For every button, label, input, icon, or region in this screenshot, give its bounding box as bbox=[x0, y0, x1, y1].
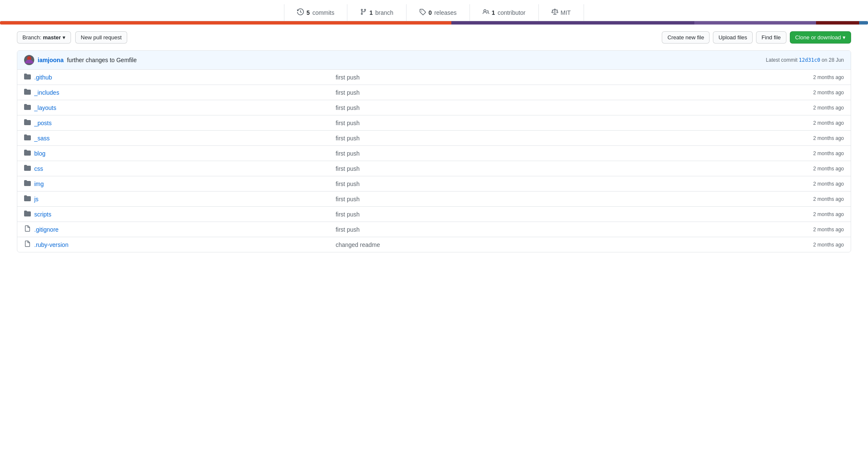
table-row: .github first push 2 months ago bbox=[17, 70, 851, 85]
folder-icon bbox=[24, 195, 31, 203]
folder-icon bbox=[24, 210, 31, 218]
file-message: first push bbox=[336, 135, 776, 142]
table-row: .ruby-version changed readme 2 months ag… bbox=[17, 237, 851, 252]
folder-icon bbox=[24, 104, 31, 112]
commit-header: iamjoona further changes to Gemfile Late… bbox=[17, 51, 851, 70]
find-file-button[interactable]: Find file bbox=[756, 31, 786, 44]
file-link[interactable]: _layouts bbox=[34, 104, 56, 111]
avatar bbox=[24, 55, 34, 65]
chevron-down-icon: ▾ bbox=[843, 34, 846, 41]
file-message: first push bbox=[336, 165, 776, 172]
table-row: _sass first push 2 months ago bbox=[17, 131, 851, 146]
commits-count: 5 bbox=[306, 9, 310, 16]
file-list: .github first push 2 months ago _include… bbox=[17, 70, 851, 252]
new-pull-request-button[interactable]: New pull request bbox=[75, 31, 127, 44]
file-name-col: _posts bbox=[24, 119, 336, 127]
license-icon bbox=[551, 8, 558, 16]
file-table: iamjoona further changes to Gemfile Late… bbox=[17, 50, 851, 252]
file-name-col: scripts bbox=[24, 210, 336, 218]
file-icon bbox=[24, 225, 31, 233]
branches-count: 1 bbox=[369, 9, 373, 16]
file-link[interactable]: css bbox=[34, 165, 43, 172]
branch-text: Branch: master bbox=[22, 34, 61, 41]
file-name-col: img bbox=[24, 180, 336, 188]
file-time: 2 months ago bbox=[776, 151, 844, 156]
toolbar-left: Branch: master ▾ New pull request bbox=[17, 31, 127, 44]
file-time: 2 months ago bbox=[776, 227, 844, 233]
clone-or-download-button[interactable]: Clone or download ▾ bbox=[790, 31, 851, 44]
file-message: first push bbox=[336, 74, 776, 81]
file-name-col: blog bbox=[24, 149, 336, 157]
file-time: 2 months ago bbox=[776, 90, 844, 96]
file-message: first push bbox=[336, 226, 776, 233]
file-link[interactable]: js bbox=[34, 196, 38, 203]
toolbar-right: Create new file Upload files Find file C… bbox=[662, 31, 851, 44]
license-stat[interactable]: MIT bbox=[539, 4, 584, 21]
file-time: 2 months ago bbox=[776, 135, 844, 141]
language-bar bbox=[0, 21, 868, 25]
commit-author-link[interactable]: iamjoona bbox=[38, 57, 63, 63]
table-row: img first push 2 months ago bbox=[17, 176, 851, 192]
file-link[interactable]: .github bbox=[34, 74, 52, 81]
file-link[interactable]: .gitignore bbox=[34, 226, 59, 233]
file-name-col: .ruby-version bbox=[24, 241, 336, 249]
folder-icon bbox=[24, 119, 31, 127]
file-name-col: .github bbox=[24, 73, 336, 81]
file-name-col: _includes bbox=[24, 88, 336, 96]
file-name-col: css bbox=[24, 164, 336, 172]
commits-stat[interactable]: 5 commits bbox=[284, 4, 347, 21]
file-link[interactable]: .ruby-version bbox=[34, 241, 68, 248]
releases-stat[interactable]: 0 releases bbox=[407, 4, 470, 21]
file-message: first push bbox=[336, 181, 776, 187]
file-link[interactable]: _sass bbox=[34, 135, 50, 142]
folder-icon bbox=[24, 73, 31, 81]
file-name-col: .gitignore bbox=[24, 225, 336, 233]
table-row: _includes first push 2 months ago bbox=[17, 85, 851, 100]
file-time: 2 months ago bbox=[776, 105, 844, 111]
folder-icon bbox=[24, 149, 31, 157]
folder-icon bbox=[24, 180, 31, 188]
contributors-stat[interactable]: 1 contributor bbox=[470, 4, 539, 21]
create-new-file-button[interactable]: Create new file bbox=[662, 31, 710, 44]
file-time: 2 months ago bbox=[776, 211, 844, 217]
commit-sha-link[interactable]: 12d31c0 bbox=[799, 57, 820, 63]
contributors-label: contributor bbox=[497, 9, 525, 16]
branch-icon bbox=[360, 8, 367, 16]
stats-bar: 5 commits 1 branch 0 releases 1 contribu… bbox=[0, 0, 868, 21]
folder-icon bbox=[24, 134, 31, 142]
file-time: 2 months ago bbox=[776, 242, 844, 248]
upload-files-button[interactable]: Upload files bbox=[713, 31, 753, 44]
file-time: 2 months ago bbox=[776, 181, 844, 187]
file-link[interactable]: _includes bbox=[34, 89, 59, 96]
file-message: first push bbox=[336, 104, 776, 111]
folder-icon bbox=[24, 88, 31, 96]
branches-stat[interactable]: 1 branch bbox=[347, 4, 407, 21]
file-time: 2 months ago bbox=[776, 166, 844, 172]
file-message: first push bbox=[336, 120, 776, 126]
file-name-col: _layouts bbox=[24, 104, 336, 112]
releases-count: 0 bbox=[429, 9, 432, 16]
folder-icon bbox=[24, 164, 31, 172]
table-row: _posts first push 2 months ago bbox=[17, 115, 851, 131]
file-message: changed readme bbox=[336, 241, 776, 248]
table-row: blog first push 2 months ago bbox=[17, 146, 851, 161]
file-link[interactable]: img bbox=[34, 181, 44, 187]
table-row: css first push 2 months ago bbox=[17, 161, 851, 176]
table-row: scripts first push 2 months ago bbox=[17, 207, 851, 222]
commit-meta: Latest commit 12d31c0 on 28 Jun bbox=[766, 57, 844, 63]
table-row: _layouts first push 2 months ago bbox=[17, 100, 851, 115]
file-link[interactable]: _posts bbox=[34, 120, 52, 126]
people-icon bbox=[483, 8, 489, 16]
commit-author-info: iamjoona further changes to Gemfile bbox=[24, 55, 136, 65]
releases-label: releases bbox=[434, 9, 457, 16]
file-name-col: js bbox=[24, 195, 336, 203]
file-link[interactable]: blog bbox=[34, 150, 45, 157]
branch-selector[interactable]: Branch: master ▾ bbox=[17, 31, 71, 44]
chevron-down-icon: ▾ bbox=[63, 34, 66, 41]
file-message: first push bbox=[336, 211, 776, 218]
file-name-col: _sass bbox=[24, 134, 336, 142]
file-link[interactable]: scripts bbox=[34, 211, 51, 218]
contributors-count: 1 bbox=[492, 9, 495, 16]
commit-message: further changes to Gemfile bbox=[67, 57, 136, 63]
commits-label: commits bbox=[312, 9, 334, 16]
